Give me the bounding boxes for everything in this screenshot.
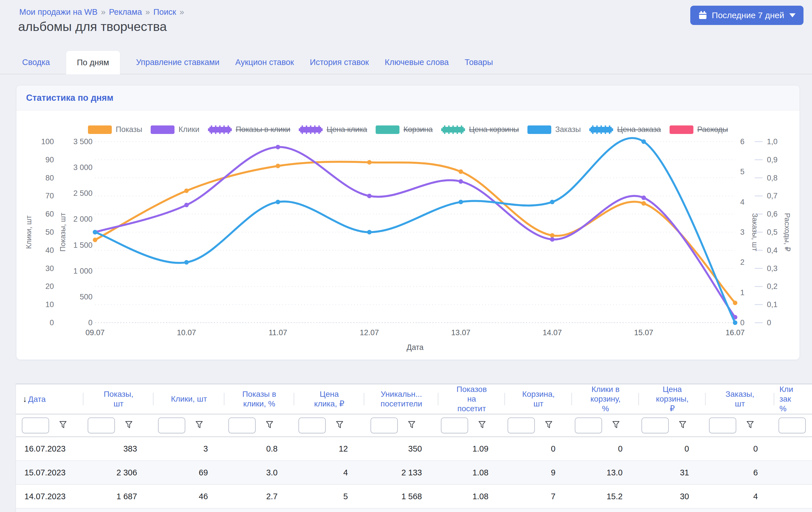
cell-value: 0	[505, 437, 572, 461]
column-header-0[interactable]: ↓Дата	[16, 384, 83, 414]
legend-item-3[interactable]: Цена клика	[299, 125, 367, 134]
x-axis-title: Дата	[407, 343, 424, 352]
legend-label: Цена клика	[326, 125, 367, 134]
filter-input-5[interactable]	[371, 418, 398, 433]
cell-value: 0.8	[225, 437, 294, 461]
axis-tick-label: 0,9	[767, 155, 778, 164]
table-row-1[interactable]: 15.07.20232 306693.042 1331.08913.0316	[16, 461, 812, 484]
column-header-label: шт	[114, 399, 123, 408]
legend-item-6[interactable]: Заказы	[527, 125, 581, 134]
filter-input-4[interactable]	[298, 418, 326, 433]
legend-item-4[interactable]: Корзина	[376, 125, 433, 134]
cell-date: 14.07.2023	[16, 484, 83, 508]
legend-item-8[interactable]: Расходы	[670, 125, 728, 134]
stats-table: ↓ДатаПоказы,штКлики, штПоказы вклики, %Ц…	[16, 384, 812, 512]
column-header-2[interactable]: Клики, шт	[153, 384, 225, 414]
tab-3[interactable]: Аукцион ставок	[235, 51, 294, 74]
cell-value: 9	[505, 461, 572, 484]
filter-funnel-icon[interactable]	[612, 420, 620, 431]
filter-funnel-icon[interactable]	[407, 420, 416, 431]
filter-input-2[interactable]	[158, 418, 185, 433]
axis-tick-label: 0,6	[767, 210, 778, 218]
tab-5[interactable]: Ключевые слова	[385, 51, 449, 74]
date-range-button[interactable]: Последние 7 дней	[690, 6, 804, 25]
filter-input-11[interactable]	[779, 418, 806, 433]
legend-item-2[interactable]: Показы в клики	[208, 125, 291, 134]
breadcrumb-separator: »	[180, 7, 184, 17]
panel-title: Статистика по дням	[26, 93, 114, 103]
legend-item-0[interactable]: Показы	[88, 125, 142, 134]
filter-cell-8	[572, 414, 639, 437]
panel-header: Статистика по дням	[17, 85, 800, 110]
data-point	[550, 237, 554, 242]
filter-funnel-icon[interactable]	[678, 420, 687, 431]
date-range-label: Последние 7 дней	[712, 10, 784, 20]
filter-input-3[interactable]	[228, 418, 256, 433]
filter-funnel-icon[interactable]	[746, 420, 754, 431]
filter-cell-11	[774, 414, 812, 437]
y-axis-title-kliki: Клики, шт	[24, 216, 33, 249]
filter-input-8[interactable]	[575, 418, 602, 433]
filter-funnel-icon[interactable]	[478, 420, 486, 431]
column-header-5[interactable]: Уникальн...посетители	[364, 384, 438, 414]
tab-1[interactable]: По дням	[66, 51, 120, 74]
filter-input-7[interactable]	[508, 418, 535, 433]
filter-funnel-icon[interactable]	[195, 420, 203, 431]
tab-4[interactable]: История ставок	[310, 51, 369, 74]
axis-tick-label: 0,5	[767, 228, 778, 236]
cell-value: 1.08	[438, 461, 505, 484]
filter-funnel-icon[interactable]	[265, 420, 274, 431]
legend-label: Заказы	[555, 125, 581, 134]
cell-value: 3.0	[225, 461, 294, 484]
axis-tick-label: 5	[740, 167, 745, 176]
x-tick-label: 12.07	[360, 329, 379, 337]
legend-item-7[interactable]: Цена заказа	[589, 125, 661, 134]
breadcrumb-link[interactable]: Мои продажи на WB	[19, 7, 97, 17]
column-header-label: Показы,	[104, 390, 133, 398]
filter-input-1[interactable]	[88, 418, 115, 433]
column-header-6[interactable]: Показовнапосетит	[438, 384, 505, 414]
column-header-7[interactable]: Корзина,шт	[505, 384, 572, 414]
data-point	[367, 160, 372, 165]
column-header-3[interactable]: Показы вклики, %	[225, 384, 294, 414]
filter-funnel-icon[interactable]	[124, 420, 133, 431]
axis-tick-label: 1	[740, 288, 745, 297]
legend-label: Расходы	[697, 125, 728, 134]
legend-item-1[interactable]: Клики	[151, 125, 199, 134]
cell-value: 31	[639, 461, 705, 484]
x-tick-label: 10.07	[177, 329, 196, 337]
cell-value: 6	[705, 461, 775, 484]
column-header-8[interactable]: Клики вкорзину,%	[572, 384, 639, 414]
tab-0[interactable]: Сводка	[22, 51, 50, 74]
filter-input-9[interactable]	[641, 418, 669, 433]
table-row-0[interactable]: 16.07.202338330.8123501.090000	[16, 437, 812, 461]
breadcrumb-link[interactable]: Реклама	[109, 7, 142, 17]
filter-input-6[interactable]	[441, 418, 468, 433]
axis-tick-label: 0,3	[767, 264, 778, 273]
column-header-11[interactable]: Клизак%	[774, 384, 812, 414]
cell-value: 5	[294, 484, 365, 508]
filter-input-0[interactable]	[22, 418, 49, 433]
axis-tick-label: 0,4	[767, 246, 778, 255]
filter-funnel-icon[interactable]	[545, 420, 553, 431]
filter-funnel-icon[interactable]	[59, 420, 67, 431]
page: Мои продажи на WB»Реклама»Поиск» альбомы…	[0, 0, 812, 512]
filter-input-10[interactable]	[709, 418, 736, 433]
column-header-10[interactable]: Заказы,шт	[705, 384, 775, 414]
tab-6[interactable]: Товары	[465, 51, 493, 74]
column-header-4[interactable]: Ценаклика, ₽	[294, 384, 365, 414]
column-header-1[interactable]: Показы,шт	[83, 384, 153, 414]
filter-cell-2	[153, 414, 225, 437]
column-header-label: Клики в	[591, 385, 620, 394]
legend-item-5[interactable]: Цена корзины	[441, 125, 519, 134]
axis-tick-label: 30	[46, 264, 54, 273]
tab-2[interactable]: Управление ставками	[136, 51, 220, 74]
legend-label: Корзина	[403, 125, 433, 134]
breadcrumb-link[interactable]: Поиск	[153, 7, 176, 17]
y-axis-title-rashody: Расходы, ₽	[783, 213, 791, 251]
legend-label: Показы в клики	[236, 125, 291, 134]
filter-funnel-icon[interactable]	[335, 420, 344, 431]
table-row-2[interactable]: 14.07.20231 687462.751 5681.08715.2304	[16, 484, 812, 508]
axis-tick-label: 4	[740, 198, 745, 206]
column-header-9[interactable]: Ценакорзины,₽	[639, 384, 705, 414]
